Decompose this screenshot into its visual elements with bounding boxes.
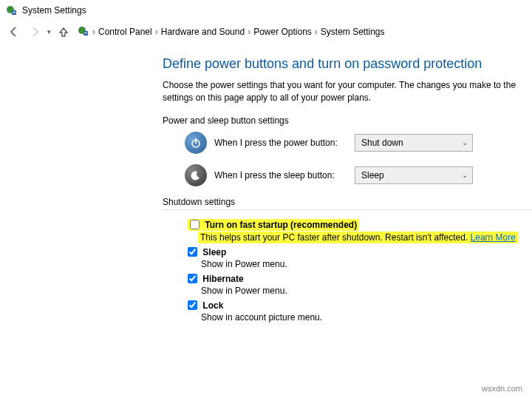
fast-startup-desc-wrap: This helps start your PC faster after sh… [198, 232, 518, 243]
fast-startup-row: Turn on fast startup (recommended) [188, 219, 359, 231]
chevron-down-icon: ⌄ [462, 171, 468, 179]
sleep-button-row: When I press the sleep button: Sleep ⌄ [185, 164, 532, 186]
sleep-desc: Show in Power menu. [201, 259, 532, 269]
power-options-icon [78, 25, 89, 39]
sleep-button-select[interactable]: Sleep ⌄ [355, 166, 473, 184]
select-value: Sleep [361, 170, 384, 181]
lock-row: Lock [188, 300, 532, 311]
section-header-shutdown: Shutdown settings [163, 197, 532, 210]
breadcrumb-item[interactable]: Power Options [253, 27, 312, 37]
power-button-label: When I press the power button: [214, 138, 347, 148]
sleep-button-label: When I press the sleep button: [214, 170, 347, 181]
chevron-right-icon: › [155, 27, 158, 37]
chevron-right-icon: › [248, 27, 250, 37]
breadcrumb-item[interactable]: Control Panel [98, 27, 152, 37]
breadcrumb: › Control Panel › Hardware and Sound › P… [78, 25, 385, 39]
forward-button[interactable] [28, 25, 41, 38]
lock-desc: Show in account picture menu. [201, 312, 532, 323]
power-button-select[interactable]: Shut down ⌄ [355, 134, 473, 152]
lock-checkbox[interactable] [188, 300, 197, 310]
power-button-row: When I press the power button: Shut down… [185, 132, 532, 154]
hibernate-label: Hibernate [202, 274, 243, 284]
power-icon [185, 132, 207, 154]
chevron-down-icon: ⌄ [462, 138, 468, 146]
moon-icon [185, 164, 207, 186]
breadcrumb-item[interactable]: System Settings [321, 27, 385, 37]
window-title: System Settings [22, 5, 86, 16]
up-button[interactable] [57, 25, 70, 38]
learn-more-link[interactable]: Learn More [471, 232, 516, 243]
breadcrumb-item[interactable]: Hardware and Sound [161, 27, 245, 37]
page-title: Define power buttons and turn on passwor… [163, 56, 532, 72]
content-area: Define power buttons and turn on passwor… [0, 46, 532, 323]
power-options-icon [6, 4, 18, 16]
chevron-right-icon: › [92, 27, 95, 37]
lock-label: Lock [202, 300, 223, 311]
fast-startup-checkbox[interactable] [190, 220, 200, 229]
nav-toolbar: ▾ › Control Panel › Hardware and Sound ›… [0, 21, 532, 46]
watermark: wsxdn.com [480, 383, 525, 394]
fast-startup-desc: This helps start your PC faster after sh… [200, 232, 471, 243]
fast-startup-label: Turn on fast startup (recommended) [205, 220, 357, 230]
recent-dropdown-icon[interactable]: ▾ [47, 28, 51, 36]
svg-rect-2 [13, 12, 16, 13]
back-button[interactable] [7, 25, 21, 38]
hibernate-checkbox[interactable] [188, 274, 197, 283]
svg-rect-5 [84, 33, 87, 33]
section-header-buttons: Power and sleep button settings [163, 115, 532, 126]
chevron-right-icon: › [315, 27, 318, 37]
hibernate-row: Hibernate [188, 274, 532, 284]
select-value: Shut down [361, 138, 403, 148]
hibernate-desc: Show in Power menu. [201, 286, 532, 296]
sleep-label: Sleep [202, 247, 226, 257]
sleep-checkbox[interactable] [188, 247, 197, 257]
sleep-row: Sleep [188, 247, 532, 257]
page-description: Choose the power settings that you want … [163, 79, 532, 105]
titlebar: System Settings [0, 0, 532, 21]
